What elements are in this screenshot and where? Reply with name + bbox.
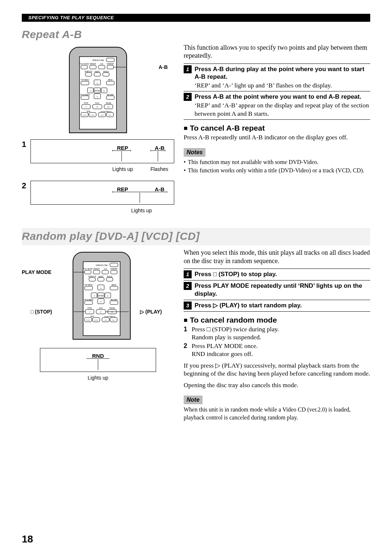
svg-text:MENU: MENU	[111, 284, 116, 286]
svg-text:◁: ◁	[90, 90, 91, 92]
svg-text:RETURN: RETURN	[111, 299, 118, 301]
s1-step-1: 1 Press A-B during play at the point whe…	[184, 64, 370, 90]
svg-text:ANGLE: ANGLE	[103, 71, 109, 73]
s2-step2-bold: Press PLAY MODE repeatedly until ‘RND’ l…	[195, 282, 370, 298]
svg-text:▷: ▷	[100, 311, 102, 313]
s2-cancel-heading: ■To cancel random mode	[184, 315, 370, 325]
svg-rect-2	[81, 65, 87, 69]
disp-rnd-lights: Lights up	[22, 375, 174, 381]
s1-notes: •This function may not available with so…	[184, 158, 370, 175]
svg-text:▷: ▷	[107, 295, 109, 297]
svg-text:A-B: A-B	[100, 63, 103, 65]
svg-text:TOP MENU: TOP MENU	[81, 79, 89, 81]
step-num-2: 2	[184, 93, 192, 101]
svg-text:SKIP: SKIP	[90, 316, 94, 318]
svg-rect-74	[98, 278, 104, 281]
svg-text:PLAY MODE: PLAY MODE	[79, 63, 89, 65]
s1-intro: This function allows you to specify two …	[184, 44, 370, 60]
svg-rect-3	[90, 65, 96, 69]
svg-text:∨: ∨	[97, 95, 98, 98]
svg-text:STOP: STOP	[87, 307, 92, 309]
svg-rect-69	[85, 270, 91, 274]
disp1-lights: Lights up	[108, 166, 137, 173]
svg-text:▷: ▷	[103, 90, 105, 92]
callout-play: ▷ (PLAY)	[140, 309, 162, 315]
svg-text:ENTER: ENTER	[94, 90, 100, 92]
svg-text:SUBTITLE: SUBTITLE	[85, 71, 93, 73]
s1-step2-plain: ‘REP’ and ‘A-B’ appear on the display an…	[195, 101, 370, 118]
svg-rect-11	[106, 81, 114, 85]
s2-cancel-list: 1Press □ (STOP) twice during play.Random…	[184, 325, 370, 358]
display-num-2: 2	[22, 181, 26, 191]
svg-text:∧: ∧	[100, 287, 102, 289]
svg-text:▯▯: ▯▯	[107, 106, 110, 108]
svg-rect-7	[94, 73, 101, 76]
svg-text:REPEAT: REPEAT	[93, 268, 100, 270]
svg-text:▷▷|: ▷▷|	[94, 319, 98, 321]
s2-step-1: 1 Press □ (STOP) to stop play.	[184, 269, 370, 279]
svg-text:A-B: A-B	[104, 268, 107, 270]
s2-step-2: 2 Press PLAY MODE repeatedly until ‘RND’…	[184, 280, 370, 298]
section-title-random: Random play [DVD-A] [VCD] [CD]	[22, 228, 370, 245]
s1-step1-bold: Press A-B during play at the point where…	[195, 65, 370, 81]
svg-text:ENTER: ENTER	[98, 295, 104, 297]
svg-text:RETURN: RETURN	[107, 94, 114, 96]
svg-rect-73	[89, 278, 95, 281]
s2-step-3: 3 Press ▷ (PLAY) to start random play.	[184, 300, 370, 310]
note-label: Note	[184, 396, 203, 404]
page-number: 18	[22, 533, 33, 545]
display-num-1: 1	[22, 139, 26, 150]
svg-text:SUBTITLE: SUBTITLE	[88, 276, 96, 278]
disp2-lights: Lights up	[127, 208, 156, 214]
notes-label: Notes	[184, 148, 205, 157]
svg-text:◁◁: ◁◁	[104, 319, 107, 321]
section-1-body: OPEN/CLOSE PLAY MODE REPEAT A-B MARKER S…	[22, 44, 370, 218]
display-panel-2: REP A-B	[30, 181, 174, 205]
s1-step-2: 2 Press A-B at the point where you want …	[184, 91, 370, 118]
svg-rect-83	[85, 301, 93, 304]
svg-rect-8	[103, 73, 109, 76]
svg-text:SLOW/SEARCH: SLOW/SEARCH	[101, 111, 111, 112]
svg-text:|◁◁: |◁◁	[86, 319, 90, 321]
s1-cancel-heading: ■To cancel A-B repeat	[184, 123, 370, 133]
display-panel-rnd: RND	[40, 348, 156, 372]
svg-text:PAUSE: PAUSE	[110, 307, 115, 309]
svg-text:MARKER: MARKER	[107, 63, 114, 65]
remote-icon: OPEN/CLOSE PLAY MODE REPEAT A-B MARKER S…	[67, 45, 129, 136]
svg-text:PLAY MODE: PLAY MODE	[83, 268, 93, 270]
svg-rect-68	[110, 263, 118, 267]
svg-rect-76	[85, 286, 93, 290]
svg-text:ON SCREEN: ON SCREEN	[84, 299, 94, 301]
svg-text:SLOW/SEARCH: SLOW/SEARCH	[104, 316, 115, 318]
svg-rect-17	[106, 96, 114, 99]
display-panel-1: REP A-B	[30, 139, 174, 163]
svg-text:TOP MENU: TOP MENU	[84, 284, 93, 286]
svg-text:OPEN/CLOSE: OPEN/CLOSE	[96, 264, 108, 266]
svg-text:PAUSE: PAUSE	[106, 102, 111, 104]
svg-text:REPEAT: REPEAT	[90, 63, 96, 65]
s2-note-text: When this unit is in random mode while a…	[184, 406, 370, 421]
svg-text:□: □	[89, 311, 90, 313]
svg-text:MARKER: MARKER	[110, 268, 118, 270]
section-title-repeat: Repeat A-B	[22, 28, 370, 41]
svg-text:AUDIO: AUDIO	[98, 276, 104, 278]
disp1-flashes: Flashes	[147, 166, 172, 173]
section-2-body: OPEN/CLOSE PLAY MODE REPEAT A-B MARKER S…	[22, 249, 370, 422]
svg-text:PLAY: PLAY	[95, 102, 99, 104]
callout-ab: A-B	[159, 64, 168, 71]
section-header-text: SPECIFYING THE PLAY SEQUENCE	[28, 15, 114, 21]
s2-tray-text: Opening the disc tray also cancels this …	[184, 381, 370, 389]
svg-text:▷▷: ▷▷	[109, 114, 111, 116]
s2-intro: When you select this mode, this unit pla…	[184, 249, 370, 265]
svg-rect-70	[93, 270, 100, 274]
svg-text:|◁◁: |◁◁	[83, 114, 86, 116]
svg-text:□: □	[85, 106, 86, 108]
svg-text:▷▷: ▷▷	[112, 319, 115, 321]
svg-text:ON SCREEN: ON SCREEN	[80, 94, 90, 96]
svg-text:◁◁: ◁◁	[101, 114, 103, 116]
svg-text:SKIP: SKIP	[87, 111, 90, 112]
svg-rect-72	[111, 270, 117, 274]
svg-text:∨: ∨	[100, 300, 102, 303]
svg-text:∧: ∧	[97, 82, 98, 84]
s1-step1-plain: ‘REP’ and ‘A-’ light up and ‘B’ flashes …	[195, 81, 370, 90]
